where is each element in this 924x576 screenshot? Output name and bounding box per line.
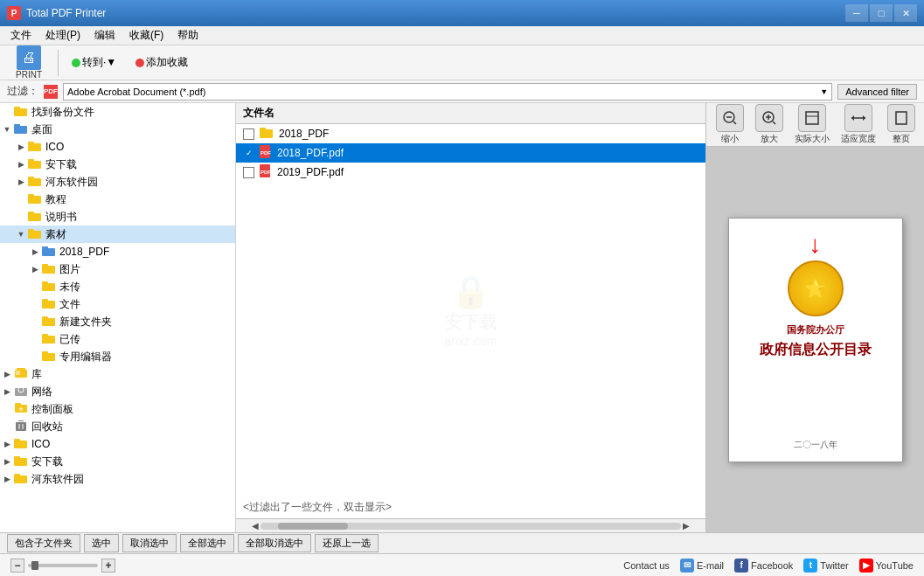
filter-value: Adobe Acrobat Document (*.pdf) — [67, 87, 205, 97]
tree-item-anzai[interactable]: ▶安下载 — [0, 156, 235, 173]
pdf-year: 二〇一八年 — [794, 439, 837, 455]
deselect-button[interactable]: 取消选中 — [122, 534, 177, 552]
tree-item-tutorial[interactable]: 教程 — [0, 191, 235, 208]
folder-icon-manual — [28, 211, 42, 223]
tree-item-library[interactable]: ▶库 — [0, 365, 235, 383]
menu-process[interactable]: 处理(P) — [38, 26, 87, 45]
tree-label-network: 网络 — [31, 385, 52, 399]
zoom-decrease-button[interactable]: − — [10, 559, 24, 573]
preview-toolbar: 缩小 放大 实际大小 适应宽度 — [706, 103, 924, 147]
svg-rect-45 — [14, 456, 20, 459]
hscroll-thumb[interactable] — [278, 523, 348, 530]
tree-item-hedong2[interactable]: ▶河东软件园 — [0, 470, 235, 488]
zoom-in-button[interactable]: 放大 — [752, 102, 787, 147]
menu-favorites[interactable]: 收藏(F) — [122, 26, 170, 45]
tree-item-material[interactable]: ▼素材 — [0, 226, 235, 243]
tree-arrow-images: ▶ — [30, 264, 40, 274]
tree-item-ico[interactable]: ▶ICO — [0, 138, 235, 156]
tree-item-backup[interactable]: 找到备份文件 — [0, 103, 235, 121]
menu-help[interactable]: 帮助 — [170, 26, 205, 45]
facebook-link[interactable]: f Facebook — [734, 559, 793, 573]
tree-label-anzai: 安下载 — [45, 157, 77, 172]
horizontal-scrollbar[interactable]: ◀ ▶ — [236, 518, 705, 532]
tree-item-control_panel[interactable]: 控制面板 — [0, 400, 235, 418]
tree-label-hedong: 河东软件园 — [45, 175, 98, 190]
file-checkbox-f3[interactable] — [243, 167, 254, 178]
folder-icon-backup — [14, 106, 28, 118]
tree-item-files[interactable]: 文件 — [0, 295, 235, 313]
close-button[interactable]: ✕ — [894, 4, 917, 22]
tree-item-manual[interactable]: 说明书 — [0, 208, 235, 226]
zoom-increase-button[interactable]: + — [101, 559, 115, 573]
tree-item-not_upload[interactable]: 未传 — [0, 278, 235, 295]
svg-rect-38 — [16, 422, 26, 431]
tree-label-ico: ICO — [45, 141, 64, 153]
restore-button[interactable]: 还原上一选 — [315, 534, 379, 552]
tree-item-hedong[interactable]: ▶河东软件园 — [0, 173, 235, 191]
filter-select[interactable]: Adobe Acrobat Document (*.pdf) ▼ — [63, 83, 832, 101]
svg-rect-8 — [28, 178, 41, 186]
print-button[interactable]: 🖨 PRINT — [7, 45, 51, 80]
file-list-header: 文件名 — [236, 103, 705, 124]
select-all-button[interactable]: 全部选中 — [180, 534, 234, 552]
file-checkbox-f1[interactable] — [243, 128, 254, 140]
add-favorite-button[interactable]: 添加收藏 — [129, 52, 194, 73]
tree-item-new_folder[interactable]: 新建文件夹 — [0, 313, 235, 330]
tree-label-recycle: 回收站 — [31, 420, 63, 434]
full-page-button[interactable]: 整页 — [884, 102, 919, 147]
filter-notice[interactable]: <过滤出了一些文件，双击显示> — [236, 496, 705, 518]
svg-rect-13 — [28, 212, 34, 214]
tree-item-images[interactable]: ▶图片 — [0, 260, 235, 278]
file-row-f1[interactable]: 2018_PDF — [236, 124, 705, 143]
tree-item-network[interactable]: ▶网络 — [0, 383, 235, 400]
tree-label-editor: 专用编辑器 — [59, 350, 112, 364]
folder-icon-network — [14, 385, 28, 398]
zoom-out-button[interactable]: 缩小 — [712, 102, 747, 147]
include-subfolders-button[interactable]: 包含子文件夹 — [7, 534, 80, 552]
svg-rect-32 — [16, 371, 20, 375]
tree-item-ico2[interactable]: ▶ICO — [0, 435, 235, 453]
tree-item-recycle[interactable]: 回收站 — [0, 418, 235, 435]
file-row-f2[interactable]: ✓PDF2018_PDF.pdf — [236, 143, 705, 163]
tree-label-control_panel: 控制面板 — [31, 402, 73, 417]
maximize-button[interactable]: □ — [870, 4, 893, 22]
svg-rect-0 — [14, 108, 27, 116]
menu-edit[interactable]: 编辑 — [87, 26, 122, 45]
folder-tree[interactable]: 找到备份文件▼桌面▶ICO▶安下载▶河东软件园教程说明书▼素材▶2018_PDF… — [0, 103, 236, 532]
zoom-controls: − + — [10, 559, 115, 573]
scroll-left-arrow[interactable]: ◀ — [250, 521, 261, 531]
navigate-forward-button[interactable]: 转到·▼ — [66, 52, 122, 73]
youtube-link[interactable]: ▶ YouTube — [859, 559, 914, 573]
tree-item-anzai2[interactable]: ▶安下载 — [0, 453, 235, 470]
tree-arrow-2018pdf_sub: ▶ — [30, 246, 40, 257]
file-checkbox-f2[interactable]: ✓ — [243, 148, 254, 159]
zoom-slider[interactable] — [28, 564, 98, 567]
svg-rect-43 — [14, 439, 20, 441]
folder-icon-recycle — [14, 420, 28, 433]
fit-width-button[interactable]: 适应宽度 — [837, 102, 879, 147]
hscroll-track[interactable] — [261, 523, 681, 530]
file-list-content[interactable]: 2018_PDF✓PDF2018_PDF.pdfPDF2019_PDF.pdf … — [236, 124, 705, 496]
twitter-link[interactable]: t Twitter — [803, 559, 848, 573]
minimize-button[interactable]: ─ — [845, 4, 868, 22]
select-button[interactable]: 选中 — [84, 534, 119, 552]
menu-file[interactable]: 文件 — [3, 26, 38, 45]
tree-label-tutorial: 教程 — [45, 192, 66, 207]
zoom-thumb — [31, 561, 38, 570]
svg-marker-65 — [863, 115, 865, 121]
tree-item-editor[interactable]: 专用编辑器 — [0, 348, 235, 365]
email-link[interactable]: ✉ E-mail — [680, 559, 724, 573]
svg-line-56 — [733, 121, 736, 124]
pdf-title-line2: 政府信息公开目录 — [760, 340, 872, 359]
scroll-right-arrow[interactable]: ▶ — [681, 521, 691, 531]
preview-content: ↓ ⭐ 国务院办公厅 政府信息公开目录 二〇一八年 — [706, 147, 924, 532]
tree-item-desktop[interactable]: ▼桌面 — [0, 121, 235, 138]
file-row-f3[interactable]: PDF2019_PDF.pdf — [236, 163, 705, 182]
facebook-icon: f — [734, 559, 748, 573]
deselect-all-button[interactable]: 全部取消选中 — [238, 534, 311, 552]
advanced-filter-button[interactable]: Advanced filter — [837, 84, 917, 100]
folder-icon-hedong2 — [14, 473, 28, 485]
actual-size-button[interactable]: 实际大小 — [791, 102, 833, 147]
tree-item-2018pdf_sub[interactable]: ▶2018_PDF — [0, 243, 235, 260]
tree-item-uploaded[interactable]: 已传 — [0, 330, 235, 348]
